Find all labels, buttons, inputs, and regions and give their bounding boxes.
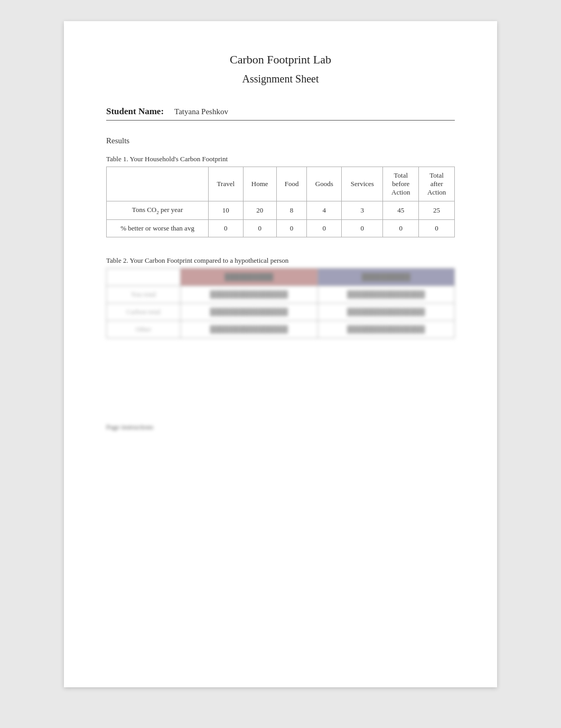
row-header-percent: % better or worse than avg [107,219,209,237]
cell-tons-total-after: 25 [419,201,455,220]
t2-row2-label: Carbon total [107,303,181,320]
cell-pct-travel: 0 [209,219,243,237]
col-header-food: Food [276,167,306,201]
table-row: % better or worse than avg 0 0 0 0 0 0 0 [107,219,455,237]
cell-pct-services: 0 [342,219,383,237]
t2-row3-col2: ████████████████ [317,320,455,338]
col-header-total-after: TotalafterAction [419,167,455,201]
table-row: You total ████████████████ █████████████… [107,285,455,303]
student-name-label: Student Name: [106,106,164,117]
main-title: Carbon Footprint Lab [106,53,455,67]
t2-row3-col1: ████████████████ [181,320,318,338]
cell-pct-home: 0 [243,219,276,237]
student-name-row: Student Name: Tatyana Peshkov [106,106,455,121]
t2-col-empty [107,268,181,285]
cell-pct-goods: 0 [307,219,342,237]
col-header-total-before: TotalbeforeAction [383,167,419,201]
sub-title: Assignment Sheet [106,73,455,85]
student-name-value: Tatyana Peshkov [174,107,455,116]
cell-tons-services: 3 [342,201,383,220]
table2: ██████████ ██████████ You total ████████… [106,268,455,338]
cell-tons-total-before: 45 [383,201,419,220]
row-header-tons: Tons CO2 per year [107,201,209,220]
table2-caption: Table 2. Your Carbon Footprint compared … [106,256,455,265]
table-row: Carbon total ████████████████ ██████████… [107,303,455,320]
cell-tons-home: 20 [243,201,276,220]
table2-blurred: ██████████ ██████████ You total ████████… [106,268,455,338]
page-container: Carbon Footprint Lab Assignment Sheet St… [64,21,497,687]
cell-pct-food: 0 [276,219,306,237]
cell-pct-total-after: 0 [419,219,455,237]
table1: Travel Home Food Goods Services Totalbef… [106,167,455,237]
cell-pct-total-before: 0 [383,219,419,237]
col-header-empty [107,167,209,201]
table1-caption: Table 1. Your Household's Carbon Footpri… [106,155,455,163]
col-header-travel: Travel [209,167,243,201]
col-header-goods: Goods [307,167,342,201]
results-label: Results [106,136,455,145]
t2-col-you: ██████████ [181,268,318,285]
cell-tons-travel: 10 [209,201,243,220]
col-header-home: Home [243,167,276,201]
cell-tons-goods: 4 [307,201,342,220]
col-header-services: Services [342,167,383,201]
t2-row3-label: Other [107,320,181,338]
t2-row2-col1: ████████████████ [181,303,318,320]
t2-row1-col1: ████████████████ [181,285,318,303]
page-footer-blurred: Page instructions [106,423,212,431]
t2-col-hypo: ██████████ [317,268,455,285]
t2-row1-col2: ████████████████ [317,285,455,303]
table-row: Other ████████████████ ████████████████ [107,320,455,338]
table-row: Tons CO2 per year 10 20 8 4 3 45 25 [107,201,455,220]
cell-tons-food: 8 [276,201,306,220]
t2-row1-label: You total [107,285,181,303]
t2-row2-col2: ████████████████ [317,303,455,320]
